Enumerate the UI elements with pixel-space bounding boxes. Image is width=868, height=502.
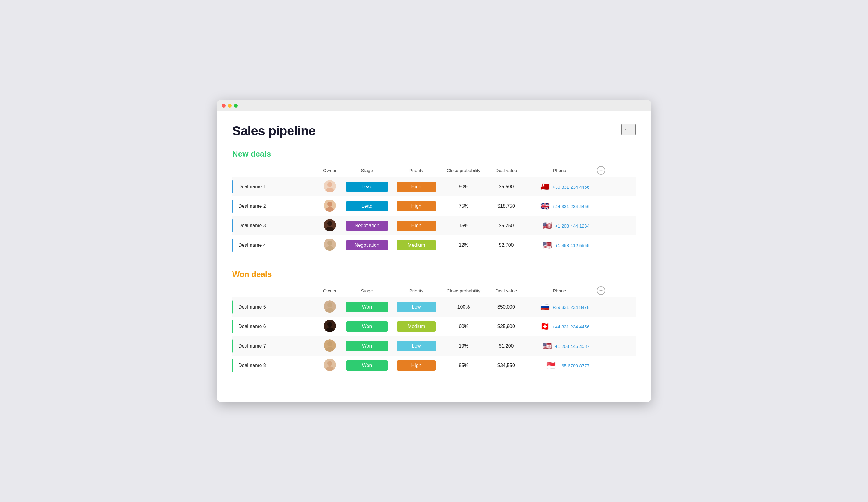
deal-name[interactable]: Deal name 6: [238, 324, 266, 329]
phone-cell: 🇺🇸+1 203 445 4587: [526, 336, 593, 356]
owner-cell: [318, 297, 342, 317]
phone-number[interactable]: +1 458 412 5555: [555, 243, 589, 248]
deal-name[interactable]: Deal name 3: [238, 223, 266, 229]
owner-cell: [318, 236, 342, 255]
stage-cell[interactable]: Won: [342, 317, 392, 336]
avatar: [324, 339, 336, 352]
stage-cell[interactable]: Negotiation: [342, 236, 392, 255]
phone-number[interactable]: +1 203 444 1234: [555, 223, 589, 229]
stage-cell[interactable]: Won: [342, 356, 392, 375]
table-row: Deal name 6 WonMedium60%$25,900🇨🇭+44 331…: [232, 317, 636, 336]
priority-badge: Medium: [396, 321, 436, 332]
col-header-owner: Owner: [318, 284, 342, 297]
close-button[interactable]: [222, 104, 226, 107]
stage-badge: Negotiation: [345, 240, 388, 250]
deal-name[interactable]: Deal name 1: [238, 184, 266, 189]
deal-border-indicator: [232, 219, 234, 232]
country-flag: 🇺🇸: [543, 242, 552, 249]
row-action-cell: [593, 177, 636, 197]
deal-name-cell: Deal name 8: [232, 356, 318, 375]
owner-cell: [318, 336, 342, 356]
priority-cell[interactable]: High: [392, 197, 441, 216]
priority-cell[interactable]: High: [392, 356, 441, 375]
close-probability-cell: 19%: [441, 336, 486, 356]
page-header: Sales pipeline ···: [232, 124, 636, 138]
priority-cell[interactable]: High: [392, 216, 441, 236]
priority-cell[interactable]: Low: [392, 297, 441, 317]
phone-number[interactable]: +39 331 234 4456: [552, 184, 589, 189]
stage-cell[interactable]: Won: [342, 336, 392, 356]
deal-name-cell: Deal name 1: [232, 177, 318, 197]
col-header-priority: Priority: [392, 164, 441, 177]
stage-badge: Won: [345, 341, 388, 351]
phone-number[interactable]: +44 331 234 4456: [552, 324, 589, 329]
deal-name[interactable]: Deal name 4: [238, 242, 266, 248]
priority-cell[interactable]: Medium: [392, 236, 441, 255]
section-header-new-deals: New deals: [232, 149, 636, 159]
svg-point-22: [327, 361, 332, 366]
country-flag: 🇺🇸: [543, 222, 552, 229]
table-row: Deal name 8 WonHigh85%$34,550🇸🇬+65 6789 …: [232, 356, 636, 375]
deal-border-indicator: [232, 320, 234, 333]
priority-badge: High: [396, 201, 436, 211]
owner-cell: [318, 197, 342, 216]
more-options-button[interactable]: ···: [621, 124, 636, 135]
phone-number[interactable]: +44 331 234 4456: [552, 204, 589, 209]
phone-cell: 🇹🇴+39 331 234 4456: [526, 177, 593, 197]
deal-value-cell: $25,900: [486, 317, 526, 336]
svg-point-4: [327, 202, 332, 207]
deal-name-cell: Deal name 4: [232, 236, 318, 255]
deal-name-cell: Deal name 2: [232, 197, 318, 216]
stage-badge: Lead: [345, 181, 388, 192]
phone-number[interactable]: +39 331 234 8478: [552, 305, 589, 310]
table-row: Deal name 1 LeadHigh50%$5,500🇹🇴+39 331 2…: [232, 177, 636, 197]
stage-badge: Negotiation: [345, 221, 388, 231]
add-button-won-deals[interactable]: +: [597, 286, 605, 295]
deal-border-indicator: [232, 239, 234, 252]
row-action-cell: [593, 297, 636, 317]
priority-cell[interactable]: Medium: [392, 317, 441, 336]
phone-cell: 🇺🇸+1 458 412 5555: [526, 236, 593, 255]
close-probability-cell: 50%: [441, 177, 486, 197]
table-won-deals: OwnerStagePriorityClose probabilityDeal …: [232, 284, 636, 375]
priority-badge: Low: [396, 341, 436, 351]
deal-name[interactable]: Deal name 5: [238, 304, 266, 310]
priority-cell[interactable]: High: [392, 177, 441, 197]
deal-name[interactable]: Deal name 2: [238, 203, 266, 209]
maximize-button[interactable]: [234, 104, 238, 107]
svg-point-13: [327, 303, 332, 307]
avatar: [324, 239, 336, 251]
deal-name[interactable]: Deal name 8: [238, 363, 266, 368]
title-bar: [217, 100, 651, 112]
phone-cell: 🇺🇸+1 203 444 1234: [526, 216, 593, 236]
phone-number[interactable]: +1 203 445 4587: [555, 344, 589, 349]
sections-container: New dealsOwnerStagePriorityClose probabi…: [232, 149, 636, 375]
add-button-new-deals[interactable]: +: [597, 166, 605, 175]
country-flag: 🇨🇭: [540, 323, 549, 330]
country-flag: 🇬🇧: [540, 202, 549, 210]
svg-point-19: [327, 342, 332, 346]
stage-cell[interactable]: Won: [342, 297, 392, 317]
stage-cell[interactable]: Lead: [342, 177, 392, 197]
avatar: [324, 180, 336, 192]
minimize-button[interactable]: [228, 104, 231, 107]
table-row: Deal name 5 WonLow100%$50,000🇷🇺+39 331 2…: [232, 297, 636, 317]
deal-value-cell: $5,250: [486, 216, 526, 236]
phone-cell: 🇬🇧+44 331 234 4456: [526, 197, 593, 216]
col-header-deal-value: Deal value: [486, 164, 526, 177]
phone-number[interactable]: +65 6789 8777: [559, 363, 589, 368]
deal-name[interactable]: Deal name 7: [238, 343, 266, 349]
col-header-owner: Owner: [318, 164, 342, 177]
priority-cell[interactable]: Low: [392, 336, 441, 356]
section-title-won-deals: Won deals: [232, 270, 272, 279]
col-header-phone: Phone: [526, 284, 593, 297]
stage-cell[interactable]: Lead: [342, 197, 392, 216]
deal-name-cell: Deal name 3: [232, 216, 318, 236]
row-action-cell: [593, 236, 636, 255]
deal-border-indicator: [232, 300, 234, 314]
priority-badge: High: [396, 181, 436, 192]
col-header-phone: Phone: [526, 164, 593, 177]
deal-value-cell: $1,200: [486, 336, 526, 356]
stage-cell[interactable]: Negotiation: [342, 216, 392, 236]
deal-border-indicator: [232, 180, 234, 194]
